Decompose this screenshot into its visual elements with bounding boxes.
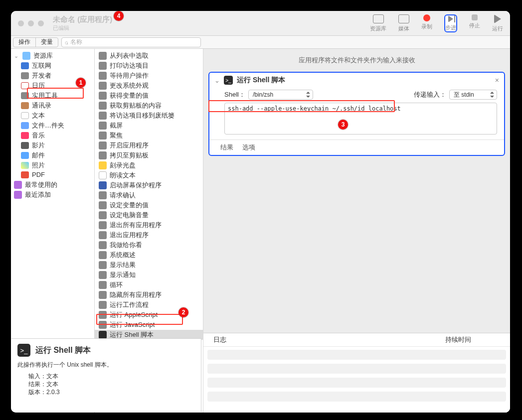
toolbar-run-button[interactable]: 运行 [492, 14, 503, 32]
action-item[interactable]: 获取剪贴板的内容 [95, 101, 203, 111]
info-meta-line: 输入：文本 [28, 372, 195, 380]
action-icon [99, 171, 107, 179]
close-icon[interactable] [18, 20, 24, 26]
action-icon [99, 72, 107, 80]
terminal-icon: >_ [224, 76, 233, 85]
drop-hint: 应用程序将文件和文件夹作为输入来接收 [203, 49, 510, 72]
action-item[interactable]: 截屏 [95, 121, 203, 131]
view-segment[interactable]: 操作 变量 [13, 37, 58, 47]
search-input[interactable]: 名称 [61, 37, 201, 47]
script-content: ssh-add --apple-use-keychain ~/.ssh/id_l… [228, 105, 401, 112]
close-step-icon[interactable]: × [495, 76, 499, 84]
action-icon [99, 181, 107, 189]
sidebar-item[interactable]: 文件…件夹 [11, 121, 94, 131]
action-icon [99, 102, 107, 110]
sidebar-item[interactable]: 互联网 [11, 61, 94, 71]
action-icon [99, 311, 107, 319]
action-icon [99, 141, 107, 149]
folder-icon [14, 191, 22, 199]
step-icon [448, 15, 453, 22]
category-icon [21, 171, 29, 178]
action-item[interactable]: 退出所有应用程序 [95, 220, 203, 230]
action-item[interactable]: 拷贝至剪贴板 [95, 150, 203, 160]
action-item[interactable]: 设定电脑音量 [95, 210, 203, 220]
sidebar-item[interactable]: 影片 [11, 140, 94, 150]
action-icon [99, 122, 107, 130]
library-root[interactable]: 资源库 [11, 51, 94, 61]
action-item[interactable]: 我做给你看 [95, 240, 203, 250]
sidebar-item[interactable]: 文本 [11, 111, 94, 121]
sidebar-item[interactable]: 照片 [11, 160, 94, 170]
window-title: 未命名 (应用程序) [53, 15, 112, 24]
minimize-icon[interactable] [28, 20, 34, 26]
action-icon [99, 62, 107, 70]
toolbar-step-button[interactable]: 步进 [444, 14, 457, 32]
seg-actions[interactable]: 操作 [13, 38, 36, 47]
sidebar-item[interactable]: 音乐 [11, 131, 94, 140]
media-icon [398, 14, 409, 23]
results-tab[interactable]: 结果 [220, 143, 233, 152]
shell-select[interactable]: /bin/zsh [248, 90, 313, 100]
log-panel: 日志 持续时间 [203, 333, 510, 413]
action-icon [99, 231, 107, 239]
action-item[interactable]: 设定变量的值 [95, 200, 203, 210]
script-textarea[interactable]: ssh-add --apple-use-keychain ~/.ssh/id_l… [224, 103, 497, 135]
log-col-duration: 持续时间 [445, 335, 500, 344]
action-icon [99, 191, 107, 199]
action-item[interactable]: 退出应用程序 [95, 230, 203, 240]
step-title: 运行 Shell 脚本 [237, 76, 285, 85]
run-icon [494, 14, 501, 23]
category-icon [21, 132, 29, 139]
action-item[interactable]: 系统概述 [95, 250, 203, 260]
action-item[interactable]: 获得变量的值 [95, 91, 203, 101]
pass-input-select[interactable]: 至 stdin [449, 90, 497, 100]
action-item[interactable]: 从列表中选取 [95, 51, 203, 61]
action-item[interactable]: 等待用户操作 [95, 71, 203, 81]
action-item[interactable]: 聚焦 [95, 131, 203, 140]
toolbar-stop-button[interactable]: 停止 [469, 14, 480, 32]
sidebar-item[interactable]: 实用工具 [11, 91, 94, 101]
action-item[interactable]: 朗读文本 [95, 170, 203, 180]
sidebar-item[interactable]: 邮件 [11, 150, 94, 160]
toolbar-media-button[interactable]: 媒体 [398, 14, 409, 32]
sidebar-item[interactable]: PDF [11, 170, 94, 179]
action-item[interactable]: 运行 JavaScript [95, 320, 203, 330]
chevron-down-icon[interactable]: ⌄ [214, 77, 220, 84]
action-icon [99, 201, 107, 209]
action-item[interactable]: 开启应用程序 [95, 140, 203, 150]
action-icon [99, 82, 107, 90]
sidebar-item[interactable]: 最常使用的 [11, 180, 94, 190]
log-col-log: 日志 [213, 335, 226, 344]
action-item[interactable]: 打印访达项目 [95, 61, 203, 71]
action-item[interactable]: 刻录光盘 [95, 160, 203, 170]
library-root-label: 资源库 [33, 51, 53, 60]
annotation-badge: 2 [178, 307, 188, 317]
terminal-icon: >_ [17, 344, 30, 357]
action-icon [99, 221, 107, 229]
action-item[interactable]: 显示通知 [95, 270, 203, 280]
info-panel: >_ 运行 Shell 脚本 此操作将执行一个 Unix shell 脚本。 输… [11, 338, 201, 412]
search-placeholder: 名称 [70, 38, 82, 46]
action-item[interactable]: 更改系统外观 [95, 81, 203, 91]
category-icon [21, 72, 29, 79]
action-item[interactable]: 将访达项目移到废纸篓 [95, 111, 203, 121]
action-item[interactable]: 循环 [95, 280, 203, 290]
category-icon [21, 122, 29, 129]
action-item[interactable]: 请求确认 [95, 190, 203, 200]
workflow-step[interactable]: ⌄ >_ 运行 Shell 脚本 × Shell： /bin/zsh 传递输入：… [208, 72, 505, 156]
action-item[interactable]: 启动屏幕保护程序 [95, 180, 203, 190]
toolbar-record-button[interactable]: 录制 [421, 14, 432, 32]
zoom-icon[interactable] [38, 20, 44, 26]
toolbar-library-button[interactable]: 资源库 [370, 14, 386, 32]
seg-variables[interactable]: 变量 [36, 38, 58, 47]
sidebar-item[interactable]: 最近添加 [11, 190, 94, 200]
library-icon [22, 52, 30, 60]
window-controls[interactable] [18, 20, 44, 26]
action-item[interactable]: 显示结果 [95, 260, 203, 270]
action-icon [99, 301, 107, 309]
pass-input-label: 传递输入： [414, 90, 446, 99]
action-item[interactable]: 隐藏所有应用程序 [95, 290, 203, 300]
sidebar-item[interactable]: 通讯录 [11, 101, 94, 111]
options-tab[interactable]: 选项 [242, 143, 255, 152]
app-window: 未命名 (应用程序) 已编辑 资源库媒体录制步进停止运行 操作 变量 名称 资源… [11, 11, 510, 413]
